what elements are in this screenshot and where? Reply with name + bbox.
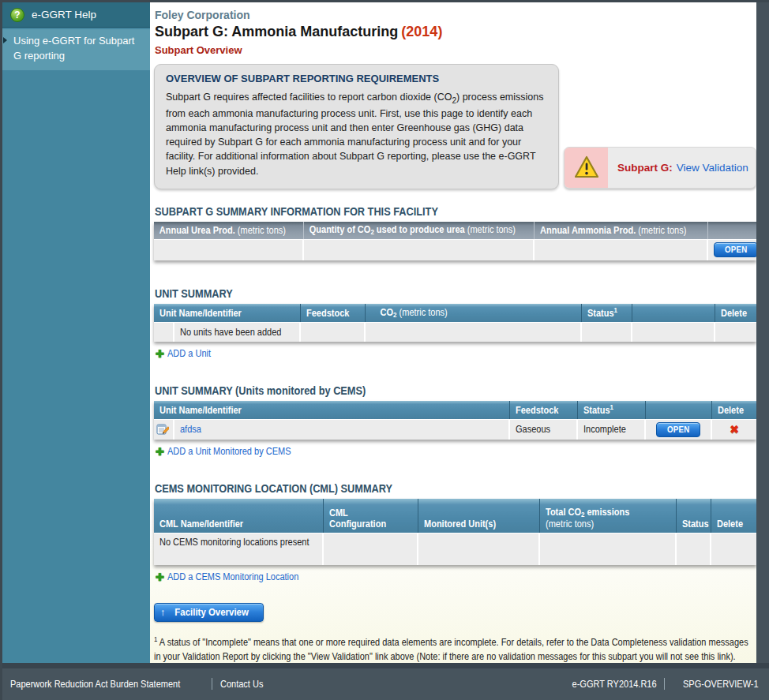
unit-name-cell: afdsa	[174, 419, 509, 440]
sidebar-item-eggrt-help[interactable]: ? e-GGRT Help	[2, 2, 150, 28]
col-unit-name: Unit Name/Identifier	[154, 304, 300, 323]
feedstock-cell	[300, 323, 365, 342]
cems-unit-summary-table: Unit Name/Identifier Feedstock Status1 D…	[154, 401, 756, 440]
eggrt-help-label: e-GGRT Help	[32, 9, 96, 21]
col-actions	[707, 222, 756, 240]
config-cell	[323, 533, 418, 565]
add-cems-unit-link[interactable]: ✚ ADD a Unit Monitored by CEMS	[156, 446, 756, 458]
facility-overview-button[interactable]: ↑ Facility Overview	[154, 603, 264, 622]
table-row-empty: No CEMS monitoring locations present	[154, 533, 756, 565]
open-facility-summary-button[interactable]: OPEN	[714, 242, 756, 257]
open-cell: OPEN	[707, 239, 756, 260]
sidebar-item-subpart-g-help[interactable]: Using e-GGRT for Subpart G reporting	[2, 29, 150, 70]
table-row: OPEN	[154, 239, 756, 260]
section-title-unit-summary: UNIT SUMMARY	[155, 287, 756, 300]
col-feedstock: Feedstock	[300, 304, 365, 323]
col-unit-name: Unit Name/Identifier	[154, 401, 509, 420]
report-year: (2014)	[401, 24, 442, 39]
section-title-cml-summary: CEMS MONITORING LOCATION (CML) SUMMARY	[155, 482, 756, 495]
validation-box: Subpart G: View Validation	[564, 147, 756, 189]
open-cell: OPEN	[645, 419, 711, 440]
col-monitored-units: Monitored Unit(s)	[418, 499, 539, 533]
question-circle-icon: ?	[10, 8, 24, 22]
help-sidebar: ? e-GGRT Help Using e-GGRT for Subpart G…	[2, 2, 150, 663]
delete-x-icon[interactable]: ✖	[730, 423, 739, 436]
subpart-g-help-label: Using e-GGRT for Subpart G reporting	[13, 35, 134, 62]
breadcrumb: Subpart Overview	[155, 44, 756, 56]
open-cell	[632, 323, 715, 342]
plus-icon: ✚	[156, 446, 164, 458]
col-cml-name: CML Name/Identifier	[154, 499, 323, 533]
add-cml-link[interactable]: ✚ ADD a CEMS Monitoring Location	[156, 571, 756, 583]
arrow-up-icon: ↑	[160, 606, 166, 618]
open-unit-button[interactable]: OPEN	[656, 422, 700, 437]
delete-cell: ✖	[711, 419, 756, 440]
paperwork-reduction-link[interactable]: Paperwork Reduction Act Burden Statement	[10, 679, 204, 690]
delete-cell	[711, 533, 756, 565]
status-cell	[676, 533, 711, 565]
col-annual-urea: Annual Urea Prod. (metric tons)	[154, 222, 303, 240]
col-status: Status	[676, 499, 711, 533]
section-title-facility-summary: SUBPART G SUMMARY INFORMATION FOR THIS F…	[155, 205, 756, 218]
warning-panel	[565, 148, 608, 188]
divider	[212, 678, 212, 690]
facility-summary-table: Annual Urea Prod. (metric tons) Quantity…	[154, 222, 756, 261]
version-label: e-GGRT RY2014.R16	[561, 679, 657, 690]
col-total-co2: Total CO2 emissions(metric tons)	[539, 499, 676, 533]
ammonia-value-cell	[534, 239, 707, 260]
status-cell	[581, 323, 632, 342]
col-feedstock: Feedstock	[509, 401, 577, 420]
col-status: Status1	[577, 401, 645, 420]
empty-message-cell: No CEMS monitoring locations present	[154, 533, 323, 565]
overview-title: OVERVIEW OF SUBPART REPORTING REQUIREMEN…	[166, 73, 547, 84]
col-co2: CO2 (metric tons)	[365, 304, 581, 323]
right-frame-strip	[756, 2, 769, 663]
col-delete: Delete	[711, 401, 756, 420]
empty-message-cell: No units have been added	[174, 323, 300, 342]
plus-icon: ✚	[156, 348, 164, 360]
table-row-empty: No units have been added	[154, 323, 756, 342]
edit-icon[interactable]	[156, 423, 169, 436]
monitored-cell	[418, 533, 539, 565]
col-open	[645, 401, 711, 420]
cml-summary-table: CML Name/Identifier CMLConfiguration Mon…	[154, 499, 756, 565]
col-cml-config: CMLConfiguration	[323, 499, 418, 533]
divider	[664, 678, 665, 690]
warning-triangle-icon	[574, 155, 599, 179]
overview-body: Subpart G requires affected facilities t…	[166, 90, 547, 178]
icon-cell	[154, 419, 174, 440]
status-cell: Incomplete	[577, 419, 645, 440]
overview-box: OVERVIEW OF SUBPART REPORTING REQUIREMEN…	[154, 64, 559, 189]
table-row-afdsa: afdsa Gaseous Incomplete OPEN ✖	[154, 419, 756, 440]
col-annual-ammonia: Annual Ammonia Prod. (metric tons)	[534, 222, 707, 240]
facility-name: Foley Corporation	[155, 9, 756, 21]
page-title-text: Subpart G: Ammonia Manufacturing	[155, 24, 398, 39]
arrow-right-icon	[3, 37, 7, 43]
page-code: SPG-OVERVIEW-1	[673, 679, 759, 690]
footnote: 1 A status of "Incomplete" means that on…	[154, 634, 756, 663]
co2-cell	[365, 323, 581, 342]
add-unit-link[interactable]: ✚ ADD a Unit	[156, 348, 756, 360]
footer: Paperwork Reduction Act Burden Statement…	[2, 663, 769, 700]
col-delete: Delete	[711, 499, 756, 533]
contact-us-link[interactable]: Contact Us	[220, 679, 269, 690]
delete-cell	[715, 323, 756, 342]
page-title: Subpart G: Ammonia Manufacturing(2014)	[155, 24, 756, 40]
col-open	[632, 304, 715, 323]
urea-value-cell	[154, 239, 303, 260]
main-content: Foley Corporation Subpart G: Ammonia Man…	[150, 2, 756, 663]
feedstock-cell: Gaseous	[509, 419, 577, 440]
section-title-cems-unit-summary: UNIT SUMMARY (Units monitored by CEMS)	[155, 384, 756, 397]
col-co2-used: Quantity of CO2 used to produce urea (me…	[303, 222, 534, 240]
validation-subpart-label: Subpart G:	[617, 162, 673, 174]
view-validation-link[interactable]: View Validation	[677, 162, 748, 174]
col-status: Status1	[581, 304, 632, 323]
unit-afdsa-link[interactable]: afdsa	[180, 424, 204, 435]
plus-icon: ✚	[156, 571, 164, 583]
icon-cell	[154, 323, 174, 342]
total-co2-cell	[539, 533, 676, 565]
col-delete: Delete	[715, 304, 756, 323]
eggrt-subpart-g-page: ? e-GGRT Help Using e-GGRT for Subpart G…	[0, 0, 769, 700]
co2-used-value-cell	[303, 239, 534, 260]
unit-summary-table: Unit Name/Identifier Feedstock CO2 (metr…	[154, 304, 756, 342]
